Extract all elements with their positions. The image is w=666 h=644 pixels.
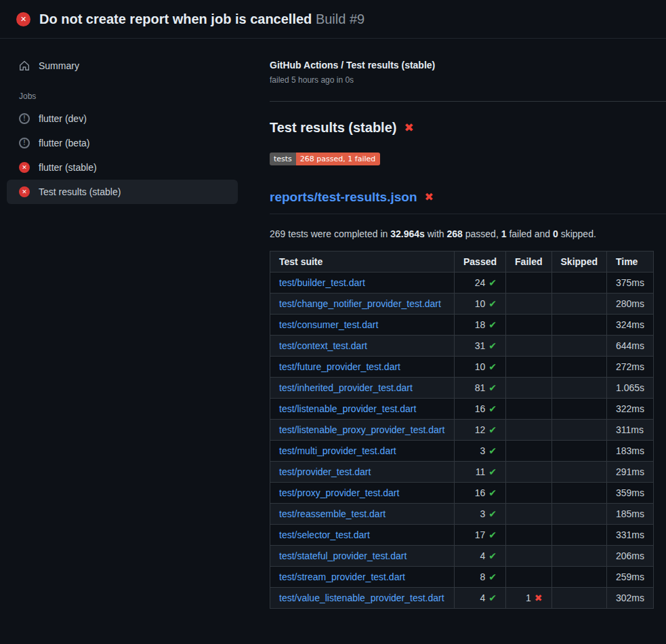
- table-body: test/builder_test.dart24✔375mstest/chang…: [270, 273, 654, 609]
- table-row: test/future_provider_test.dart10✔272ms: [270, 357, 654, 378]
- check-icon: ✔: [488, 487, 497, 498]
- check-icon: ✔: [488, 298, 497, 309]
- test-suite-link[interactable]: test/future_provider_test.dart: [279, 361, 400, 372]
- test-suite-link[interactable]: test/inherited_provider_test.dart: [279, 382, 413, 393]
- count-value: 4: [480, 592, 486, 603]
- report-file-heading: reports/test-results.json ✖: [270, 190, 666, 214]
- count-value: 18: [475, 319, 486, 330]
- x-circle-icon: ✕: [19, 186, 30, 197]
- passed-count-cell: 81✔: [455, 378, 506, 399]
- skipped-count-cell: [551, 567, 606, 588]
- job-label: flutter (dev): [39, 113, 87, 124]
- skipped-count-cell: [551, 420, 606, 441]
- test-time-cell: 280ms: [606, 294, 653, 315]
- header-failed: Failed: [506, 251, 551, 273]
- passed-count-cell: 24✔: [455, 273, 506, 294]
- check-icon: ✔: [488, 508, 497, 519]
- summary-failed-count: 1: [501, 228, 507, 239]
- failed-count-cell: [506, 294, 551, 315]
- test-suite-cell: test/proxy_provider_test.dart: [270, 483, 455, 504]
- sidebar-job-test-results-stable[interactable]: ✕Test results (stable): [7, 180, 238, 204]
- test-suite-link[interactable]: test/value_listenable_provider_test.dart: [279, 592, 444, 603]
- job-label: flutter (stable): [39, 162, 97, 173]
- failed-cross-icon: ✖: [425, 192, 434, 203]
- test-time-cell: 311ms: [606, 420, 653, 441]
- table-row: test/listenable_provider_test.dart16✔322…: [270, 399, 654, 420]
- passed-count-cell: 10✔: [455, 294, 506, 315]
- table-row: test/reassemble_test.dart3✔185ms: [270, 504, 654, 525]
- test-time-cell: 272ms: [606, 357, 653, 378]
- table-row: test/stream_provider_test.dart8✔259ms: [270, 567, 654, 588]
- summary-skipped-count: 0: [553, 228, 558, 239]
- table-row: test/builder_test.dart24✔375ms: [270, 273, 654, 294]
- check-icon: ✔: [488, 403, 497, 414]
- divider: [270, 101, 666, 102]
- test-suite-link[interactable]: test/listenable_provider_test.dart: [279, 403, 416, 414]
- test-suite-link[interactable]: test/multi_provider_test.dart: [279, 445, 396, 456]
- passed-count-cell: 12✔: [455, 420, 506, 441]
- test-suite-cell: test/context_test.dart: [270, 336, 455, 357]
- check-run-title-text: Test results (stable): [270, 120, 396, 136]
- check-icon: ✔: [488, 382, 497, 393]
- test-suite-link[interactable]: test/change_notifier_provider_test.dart: [279, 298, 441, 309]
- sidebar-job-flutter-dev[interactable]: !flutter (dev): [7, 106, 238, 131]
- skipped-count-cell: [551, 588, 606, 609]
- test-suite-link[interactable]: test/consumer_test.dart: [279, 319, 378, 330]
- table-row: test/listenable_proxy_provider_test.dart…: [270, 420, 654, 441]
- neutral-circle-icon: !: [19, 138, 30, 148]
- failed-cross-icon: ✖: [404, 122, 413, 134]
- test-time-cell: 375ms: [606, 273, 653, 294]
- count-value: 16: [475, 487, 486, 498]
- count-value: 8: [480, 571, 486, 582]
- test-suite-link[interactable]: test/listenable_proxy_provider_test.dart: [279, 424, 444, 435]
- check-icon: ✔: [488, 529, 497, 540]
- job-label: Test results (stable): [39, 186, 121, 197]
- run-failed-status-icon: ✕: [16, 12, 30, 26]
- sidebar-job-flutter-beta[interactable]: !flutter (beta): [7, 131, 238, 155]
- table-row: test/selector_test.dart17✔331ms: [270, 525, 654, 546]
- failed-count-cell: [506, 504, 551, 525]
- test-suite-link[interactable]: test/provider_test.dart: [279, 466, 371, 477]
- header-skipped: Skipped: [551, 251, 606, 273]
- count-value: 1: [526, 592, 531, 603]
- header-passed: Passed: [455, 251, 506, 273]
- count-value: 4: [480, 550, 486, 561]
- check-icon: ✔: [488, 571, 497, 582]
- check-icon: ✔: [488, 592, 497, 603]
- test-time-cell: 185ms: [606, 504, 653, 525]
- passed-count-cell: 10✔: [455, 357, 506, 378]
- test-suite-cell: test/builder_test.dart: [270, 273, 455, 294]
- table-header: Test suite Passed Failed Skipped Time: [270, 251, 654, 273]
- test-suite-cell: test/stream_provider_test.dart: [270, 567, 455, 588]
- test-time-cell: 644ms: [606, 336, 653, 357]
- check-run-title: Test results (stable) ✖: [270, 120, 666, 136]
- test-suite-link[interactable]: test/proxy_provider_test.dart: [279, 487, 399, 498]
- test-suite-link[interactable]: test/context_test.dart: [279, 340, 367, 351]
- passed-count-cell: 3✔: [455, 504, 506, 525]
- report-file-link[interactable]: reports/test-results.json: [270, 190, 417, 205]
- test-suite-link[interactable]: test/selector_test.dart: [279, 529, 370, 540]
- count-value: 24: [475, 277, 486, 288]
- failed-count-cell: [506, 378, 551, 399]
- failed-count-cell: [506, 399, 551, 420]
- failed-count-cell: [506, 441, 551, 462]
- badge-value: 268 passed, 1 failed: [296, 153, 380, 165]
- failed-count-cell: [506, 567, 551, 588]
- summary-duration: 32.964s: [390, 228, 425, 239]
- header-test-suite: Test suite: [270, 251, 455, 273]
- breadcrumb: GitHub Actions / Test results (stable): [270, 60, 666, 71]
- test-suite-link[interactable]: test/reassemble_test.dart: [279, 508, 386, 519]
- test-suite-link[interactable]: test/builder_test.dart: [279, 277, 365, 288]
- sidebar: Summary Jobs !flutter (dev)!flutter (bet…: [0, 39, 270, 204]
- passed-count-cell: 18✔: [455, 315, 506, 336]
- sidebar-item-summary[interactable]: Summary: [7, 54, 238, 78]
- test-suite-link[interactable]: test/stateful_provider_test.dart: [279, 550, 407, 561]
- summary-text: 269 tests were completed in: [270, 228, 390, 239]
- skipped-count-cell: [551, 504, 606, 525]
- passed-count-cell: 16✔: [455, 399, 506, 420]
- table-row: test/consumer_test.dart18✔324ms: [270, 315, 654, 336]
- passed-count-cell: 4✔: [455, 546, 506, 567]
- test-suite-link[interactable]: test/stream_provider_test.dart: [279, 571, 405, 582]
- sidebar-job-flutter-stable[interactable]: ✕flutter (stable): [7, 155, 238, 180]
- run-build-number: Build #9: [316, 12, 365, 26]
